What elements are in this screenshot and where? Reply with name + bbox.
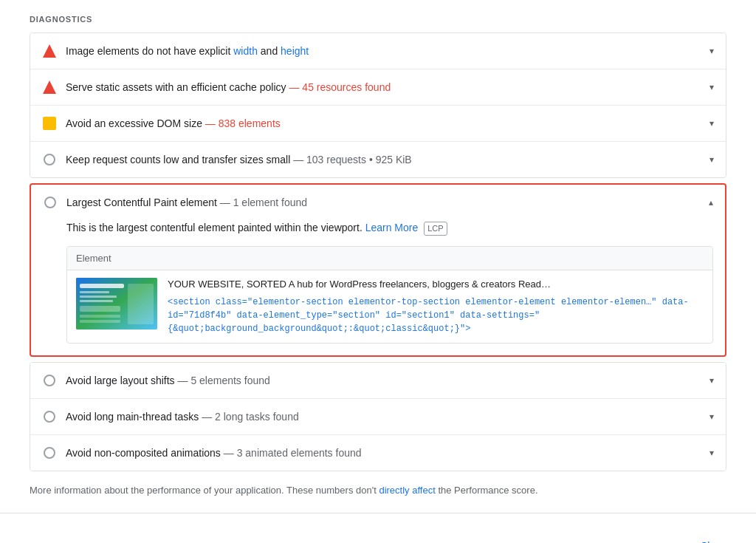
circle-icon-lcp [43,195,58,210]
audit-row-dom-size[interactable]: Avoid an excessive DOM size — 838 elemen… [30,106,726,141]
lcp-subtitle: — 1 element found [217,197,307,208]
audit-title-lcp: Largest Contentful Paint element — 1 ele… [66,197,703,208]
error-icon-2 [42,80,57,95]
circle-icon-thread [42,409,57,424]
audit-item-cache-policy: Serve static assets with an efficient ca… [30,69,726,106]
audit-list-top: Image elements do not have explicit widt… [30,33,726,178]
warning-icon [42,116,57,131]
element-code-line1: <section class="elementor-section elemen… [168,297,689,307]
svg-rect-2 [80,291,109,293]
svg-rect-7 [80,315,120,318]
element-info: YOUR WEBSITE, SORTED A hub for WordPress… [168,278,704,335]
lcp-title-text: Largest Contentful Paint element [66,197,217,208]
footer-note-text: More information about the performance o… [30,485,379,496]
element-thumbnail [76,278,157,329]
audit-title-request-counts: Keep request counts low and transfer siz… [66,154,704,165]
svg-rect-8 [80,320,120,323]
main-thread-detail: — 2 long tasks found [202,411,299,423]
audit-title-layout-shifts: Avoid large layout shifts — 5 elements f… [66,375,704,386]
audit-row-lcp[interactable]: Largest Contentful Paint element — 1 ele… [31,185,725,220]
chevron-down-icon-2: ▾ [709,82,714,92]
divider [0,513,756,513]
diagnostics-label: DIAGNOSTICS [30,15,726,24]
width-link[interactable]: width [233,45,258,57]
height-link[interactable]: height [281,45,309,57]
element-table: Element [66,246,713,344]
svg-rect-5 [128,284,154,324]
error-icon [42,44,57,58]
cache-resources-count: — 45 resources found [289,81,391,93]
chevron-down-icon-5: ▾ [709,375,714,386]
passed-audits-bar: PASSED AUDITS (27) Show [30,528,726,543]
main-container: DIAGNOSTICS Image elements do not have e… [0,0,756,543]
learn-more-link[interactable]: Learn More [365,222,419,233]
audit-title-dom-size: Avoid an excessive DOM size — 838 elemen… [66,117,704,129]
lcp-audit-container: Largest Contentful Paint element — 1 ele… [30,183,726,357]
circle-icon-anim [42,445,57,460]
audit-row-animations[interactable]: Avoid non-composited animations — 3 anim… [30,435,726,471]
chevron-up-icon: ▴ [709,197,713,208]
layout-shifts-detail: — 5 elements found [178,375,270,386]
element-table-row: YOUR WEBSITE, SORTED A hub for WordPress… [67,270,712,343]
directly-affect-link[interactable]: directly affect [379,485,435,496]
audit-row-layout-shifts[interactable]: Avoid large layout shifts — 5 elements f… [30,363,726,398]
element-code-line2: id="71d8f4b" data-element_type="section"… [168,310,540,321]
dom-elements-count: — 838 elements [205,117,281,129]
lcp-description: This is the largest contentful element p… [66,220,713,236]
lcp-badge: LCP [424,222,447,236]
audit-row-image-dimensions[interactable]: Image elements do not have explicit widt… [30,33,726,69]
lcp-expanded-content: This is the largest contentful element p… [31,220,725,355]
audit-item-image-dimensions: Image elements do not have explicit widt… [30,33,726,69]
audit-row-cache-policy[interactable]: Serve static assets with an efficient ca… [30,69,726,105]
circle-icon [42,152,57,167]
chevron-down-icon: ▾ [709,46,714,56]
audit-item-lcp: Largest Contentful Paint element — 1 ele… [30,183,726,357]
audit-title-cache-policy: Serve static assets with an efficient ca… [66,81,704,93]
svg-rect-6 [80,306,120,312]
footer-note-end: the Performance score. [436,485,538,496]
audit-item-dom-size: Avoid an excessive DOM size — 838 elemen… [30,106,726,142]
audit-list-bottom: Avoid large layout shifts — 5 elements f… [30,362,726,471]
footer-note: More information about the performance o… [30,483,726,498]
chevron-down-icon-7: ▾ [709,448,714,458]
audit-item-layout-shifts: Avoid large layout shifts — 5 elements f… [30,363,726,399]
svg-rect-4 [80,300,113,302]
circle-icon-layout [42,373,57,388]
element-code: <section class="elementor-section elemen… [168,296,704,335]
audit-title-animations: Avoid non-composited animations — 3 anim… [66,447,704,459]
request-counts-detail: — 103 requests • 925 KiB [293,154,412,165]
chevron-down-icon-3: ▾ [709,118,714,129]
show-passed-audits-button[interactable]: Show [701,540,726,543]
chevron-down-icon-6: ▾ [709,411,714,422]
audit-item-main-thread: Avoid long main-thread tasks — 2 long ta… [30,399,726,435]
audit-title-image-dimensions: Image elements do not have explicit widt… [66,45,704,57]
audit-row-request-counts[interactable]: Keep request counts low and transfer siz… [30,142,726,177]
element-description: YOUR WEBSITE, SORTED A hub for WordPress… [168,278,704,291]
audit-row-main-thread[interactable]: Avoid long main-thread tasks — 2 long ta… [30,399,726,434]
element-code-line3: {&quot;background_background&quot;:&quot… [168,324,470,334]
lcp-description-text: This is the largest contentful element p… [66,222,362,233]
chevron-down-icon-4: ▾ [709,154,714,165]
audit-item-animations: Avoid non-composited animations — 3 anim… [30,435,726,471]
svg-rect-1 [80,284,124,288]
animations-detail: — 3 animated elements found [224,447,362,459]
audit-item-request-counts: Keep request counts low and transfer siz… [30,142,726,177]
audit-title-main-thread: Avoid long main-thread tasks — 2 long ta… [66,411,704,423]
svg-rect-3 [80,296,117,298]
element-table-header: Element [67,247,712,270]
